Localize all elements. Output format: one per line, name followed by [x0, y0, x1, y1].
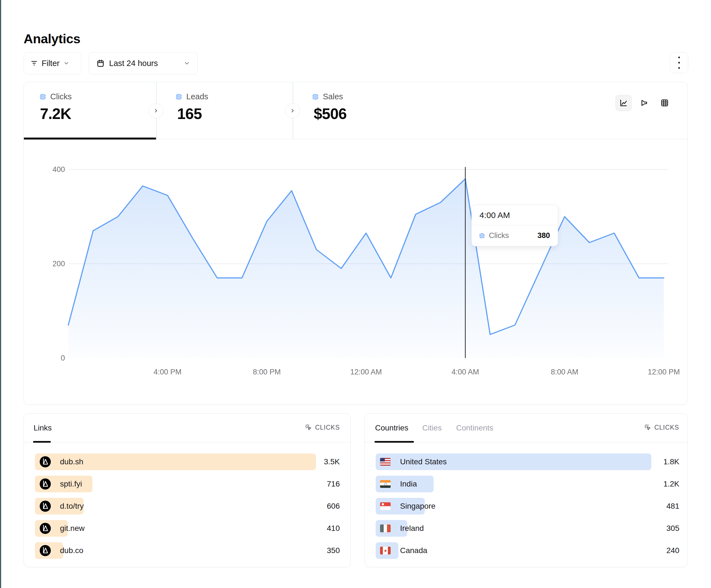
- tab-continents[interactable]: Continents: [456, 424, 493, 432]
- in-flag-icon: [380, 480, 391, 488]
- metric-label: Clicks: [50, 92, 72, 101]
- row-label: d.to/try: [60, 502, 84, 511]
- chart-tooltip: 4:00 AM Clicks 380: [471, 205, 558, 246]
- sales-legend-square-icon: [313, 94, 318, 99]
- tab-countries[interactable]: Countries: [375, 424, 408, 432]
- tooltip-time-label: 4:00 AM: [472, 205, 558, 225]
- expand-leads-chevron-button[interactable]: [285, 103, 300, 118]
- kebab-dot: [678, 67, 680, 69]
- ie-flag-icon: [380, 524, 391, 532]
- link-row[interactable]: git.new410: [24, 520, 350, 537]
- dub-logo-icon: [40, 545, 51, 556]
- svg-text:8:00 PM: 8:00 PM: [253, 368, 281, 376]
- metric-header-label: CLICKS: [315, 424, 340, 431]
- area-chart-canvas: 02004004:00 PM8:00 PM12:00 AM4:00 AM8:00…: [24, 139, 688, 405]
- more-options-button[interactable]: [670, 52, 688, 73]
- country-row[interactable]: India1.2K: [365, 476, 687, 492]
- funnel-icon: [640, 98, 649, 107]
- chevron-down-icon: [63, 60, 69, 66]
- tooltip-series-label: Clicks: [489, 231, 509, 240]
- svg-text:12:00 AM: 12:00 AM: [350, 368, 382, 376]
- country-row[interactable]: Ireland305: [365, 520, 687, 537]
- dub-logo-icon: [40, 456, 51, 467]
- svg-text:0: 0: [61, 354, 65, 362]
- line-chart-view-button[interactable]: [616, 95, 631, 111]
- kebab-dot: [678, 56, 680, 58]
- row-label: git.new: [60, 524, 85, 533]
- calendar-icon: [96, 59, 105, 67]
- funnel-view-button[interactable]: [636, 95, 652, 111]
- cursor-click-icon: [644, 424, 652, 431]
- countries-panel-header: Countries Cities Continents CLICKS: [365, 413, 687, 443]
- links-panel-header: Links CLICKS: [24, 413, 350, 443]
- row-value: 305: [666, 524, 680, 533]
- table-view-button[interactable]: [656, 95, 673, 111]
- tab-links[interactable]: Links: [34, 424, 52, 432]
- svg-text:12:00 PM: 12:00 PM: [648, 368, 680, 376]
- row-value: 1.8K: [663, 457, 680, 466]
- filter-icon: [30, 60, 38, 67]
- links-panel: Links CLICKS dub.sh3.5Kspti.fyi716d.to/t…: [24, 413, 351, 567]
- row-label: India: [400, 479, 417, 489]
- countries-panel: Countries Cities Continents CLICKS Unite…: [365, 413, 688, 567]
- tab-cities[interactable]: Cities: [422, 424, 442, 432]
- row-label: Canada: [400, 546, 427, 555]
- row-label: Singapore: [400, 502, 436, 511]
- row-value: 481: [666, 502, 680, 511]
- metric-value: 7.2K: [40, 105, 71, 122]
- svg-text:400: 400: [52, 165, 65, 174]
- row-label: United States: [400, 457, 447, 466]
- analytics-page: Analytics Filter Last 24 hours: [0, 0, 711, 588]
- dub-logo-icon: [40, 478, 51, 490]
- kebab-dot: [678, 62, 680, 64]
- row-label: Ireland: [400, 524, 424, 533]
- metric-value: 165: [177, 105, 202, 122]
- date-range-button[interactable]: Last 24 hours: [89, 52, 198, 74]
- row-value: 350: [327, 546, 340, 555]
- metric-label: Leads: [186, 92, 208, 101]
- svg-text:200: 200: [52, 259, 65, 268]
- filter-button[interactable]: Filter: [24, 52, 81, 74]
- dub-logo-icon: [40, 501, 51, 512]
- clicks-legend-square-icon: [40, 94, 45, 99]
- analytics-chart-card: Clicks 7.2K Leads 165 Sales $506: [24, 82, 688, 405]
- country-row[interactable]: Canada240: [365, 542, 687, 559]
- ca-flag-icon: [380, 547, 391, 555]
- sg-flag-icon: [380, 502, 391, 510]
- metric-value: $506: [314, 105, 346, 122]
- clicks-time-series-chart[interactable]: 02004004:00 PM8:00 PM12:00 AM4:00 AM8:00…: [24, 139, 688, 405]
- row-value: 716: [327, 479, 340, 489]
- clicks-legend-square-icon: [479, 233, 484, 238]
- chart-type-toggle-group: [616, 95, 673, 111]
- link-row[interactable]: dub.co350: [24, 542, 350, 559]
- row-value: 1.2K: [663, 479, 680, 489]
- tooltip-value: 380: [538, 231, 550, 240]
- country-row[interactable]: United States1.8K: [365, 453, 687, 470]
- link-row[interactable]: spti.fyi716: [24, 476, 350, 492]
- country-row[interactable]: Singapore481: [365, 498, 687, 515]
- row-label: dub.co: [60, 546, 83, 555]
- leads-legend-square-icon: [176, 94, 181, 99]
- countries-row-list: United States1.8KIndia1.2KSingapore481Ir…: [365, 443, 687, 564]
- filter-button-label: Filter: [42, 59, 59, 68]
- links-metric-header[interactable]: CLICKS: [305, 424, 340, 431]
- links-row-list: dub.sh3.5Kspti.fyi716d.to/try606git.new4…: [24, 443, 350, 564]
- line-chart-icon: [619, 98, 628, 107]
- row-value: 3.5K: [324, 457, 340, 466]
- link-row[interactable]: dub.sh3.5K: [24, 453, 350, 470]
- tab-sales[interactable]: Sales $506: [293, 82, 431, 139]
- expand-clicks-chevron-button[interactable]: [149, 103, 164, 118]
- metric-label: Sales: [323, 92, 343, 101]
- dub-logo-icon: [40, 523, 51, 534]
- chevron-down-icon: [184, 60, 190, 67]
- row-value: 410: [327, 524, 340, 533]
- link-row[interactable]: d.to/try606: [24, 498, 350, 515]
- metric-tab-bar: Clicks 7.2K Leads 165 Sales $506: [24, 82, 687, 139]
- tab-leads[interactable]: Leads 165: [156, 82, 293, 139]
- tab-clicks[interactable]: Clicks 7.2K: [24, 82, 156, 139]
- page-title: Analytics: [24, 31, 80, 46]
- svg-text:8:00 AM: 8:00 AM: [551, 368, 578, 376]
- cursor-click-icon: [305, 424, 312, 431]
- row-label: dub.sh: [60, 457, 83, 466]
- countries-metric-header[interactable]: CLICKS: [644, 424, 679, 431]
